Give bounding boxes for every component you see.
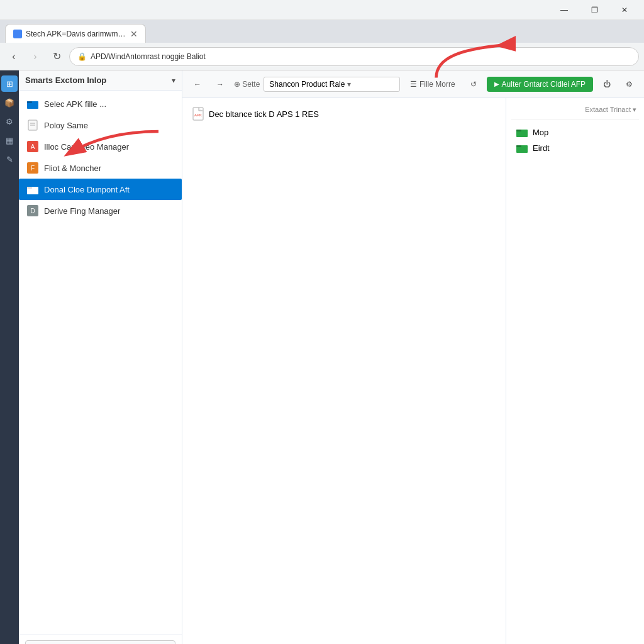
nav-item-label-donal: Donal Cloe Dunpont Aft xyxy=(44,185,130,194)
svg-text:F: F xyxy=(31,165,35,172)
sidebar-icon-settings[interactable]: ⚙ xyxy=(1,113,18,130)
bottom-input-box[interactable]: Walll its a morting tiro:... 📋 xyxy=(25,640,175,644)
green-action-button[interactable]: ▶ Aulter Gntarct Cldlei AFP xyxy=(487,77,593,92)
green-btn-icon: ▶ xyxy=(494,80,499,87)
right-panel-item-mop[interactable]: Mop xyxy=(511,125,639,140)
nav-item-icon-derive: D xyxy=(26,204,39,217)
right-panel-item-eirdt-label: Eirdt xyxy=(533,143,550,153)
nav-item-icon-illoc: A xyxy=(26,140,39,153)
file-list-area: APK Dec bltance tick D APS 1 RES xyxy=(182,98,506,644)
main-toolbar: ← → ⊕ Sette Shancon Product Rale ▾ ☰ Fil… xyxy=(182,70,644,98)
right-panel-item-eirdt[interactable]: Eirdt xyxy=(511,140,639,156)
location-bar: ⊕ Sette Shancon Product Rale ▾ xyxy=(234,77,400,92)
svg-rect-16 xyxy=(516,130,521,131)
nav-item-icon-file xyxy=(26,119,39,131)
sidebar-icon-chart[interactable]: ▦ xyxy=(1,132,18,148)
nav-item-icon-fliot: F xyxy=(26,162,39,174)
nav-item-derive[interactable]: D Derive Fing Manager xyxy=(19,200,182,221)
panel-toolbar: Smarts Exctom Inlop ▾ xyxy=(19,70,182,91)
maximize-button[interactable]: ❐ xyxy=(580,0,609,20)
browser-toolbar: ‹ › ↻ 🔒 APD/WindAntomrast noggie Baliot xyxy=(0,43,644,70)
file-more-label: Fille Morre xyxy=(419,80,455,89)
right-panel-items: Mop Eirdt xyxy=(511,125,639,156)
location-dropdown-icon: ▾ xyxy=(347,80,351,89)
svg-text:APK: APK xyxy=(194,113,202,117)
location-prefix: ⊕ Sette xyxy=(234,80,260,89)
close-button[interactable]: ✕ xyxy=(610,0,639,20)
bottom-input-area: Walll its a morting tiro:... 📋 xyxy=(19,635,182,644)
panel-title: Smarts Exctom Inlop xyxy=(25,75,168,85)
main-content: ← → ⊕ Sette Shancon Product Rale ▾ ☰ Fil… xyxy=(182,70,644,644)
file-item[interactable]: APK Dec bltance tick D APS 1 RES xyxy=(187,103,501,125)
svg-text:D: D xyxy=(30,208,35,214)
toolbar-forward-button[interactable]: → xyxy=(211,77,229,91)
hamburger-icon: ☰ xyxy=(410,80,417,89)
file-doc-icon: APK xyxy=(192,107,204,121)
browser-tab[interactable]: Stech APK=Davis darimwmali.com ✕ xyxy=(5,24,146,43)
nav-item-select-apk[interactable]: Selec APK fille ... xyxy=(19,93,182,114)
location-path-text: Shancon Product Rale xyxy=(269,80,345,89)
refresh-button[interactable]: ↺ xyxy=(465,77,482,91)
nav-item-label-fliot: Fliot & Moncher xyxy=(44,164,101,173)
green-btn-label: Aulter Gntarct Cldlei AFP xyxy=(502,80,586,89)
nav-item-label-illoc: Illoc Carnateo Manager xyxy=(44,142,129,152)
svg-rect-1 xyxy=(27,101,32,103)
nav-item-fliot[interactable]: F Fliot & Moncher xyxy=(19,157,182,179)
settings-button[interactable]: ⚙ xyxy=(621,77,638,91)
nav-item-donal[interactable]: Donal Cloe Dunpont Aft xyxy=(19,179,182,200)
right-panel: Extaact Trinact ▾ Mop xyxy=(506,98,644,644)
svg-text:A: A xyxy=(31,143,35,150)
nav-item-label-select-apk: Selec APK fille ... xyxy=(44,99,106,109)
power-button[interactable]: ⏻ xyxy=(598,77,616,91)
nav-item-icon-folder xyxy=(26,97,39,110)
file-item-name: Dec bltance tick D APS 1 RES xyxy=(209,109,319,119)
nav-item-icon-donal xyxy=(26,183,39,196)
forward-button[interactable]: › xyxy=(26,48,44,65)
app-container: ⊞ 📦 ⚙ ▦ ✎ ℹ Smarts Exctom Inlop ▾ Selec … xyxy=(0,70,644,644)
toolbar-back-button[interactable]: ← xyxy=(189,77,206,91)
folder-green-icon-mop xyxy=(516,128,528,137)
sidebar-icon-edit[interactable]: ✎ xyxy=(1,151,18,167)
nav-item-poloy-same[interactable]: Poloy Same xyxy=(19,114,182,136)
nav-item-illoc[interactable]: A Illoc Carnateo Manager xyxy=(19,136,182,157)
content-area: APK Dec bltance tick D APS 1 RES Extaact… xyxy=(182,98,644,644)
nav-items-list: Selec APK fille ... Poloy Same A Illoc C… xyxy=(19,91,182,635)
extract-label[interactable]: Extaact Trinact ▾ xyxy=(511,103,639,119)
sidebar-icon-home[interactable]: ⊞ xyxy=(1,75,18,92)
sidebar-dark: ⊞ 📦 ⚙ ▦ ✎ ℹ xyxy=(0,70,19,644)
lock-icon: 🔒 xyxy=(77,52,87,61)
left-panel: Smarts Exctom Inlop ▾ Selec APK fille ..… xyxy=(19,70,182,644)
folder-green-icon-eirdt xyxy=(516,143,528,153)
window-controls: — ❐ ✕ xyxy=(550,0,639,20)
right-panel-item-mop-label: Mop xyxy=(533,128,548,137)
address-bar[interactable]: 🔒 APD/WindAntomrast noggie Baliot xyxy=(69,47,639,66)
tab-close-button[interactable]: ✕ xyxy=(130,29,138,39)
panel-dropdown-button[interactable]: ▾ xyxy=(172,76,175,85)
nav-item-label-poloy: Poloy Same xyxy=(44,121,88,130)
tab-title: Stech APK=Davis darimwmali.com xyxy=(26,30,126,38)
location-path[interactable]: Shancon Product Rale ▾ xyxy=(264,77,400,92)
tab-favicon xyxy=(13,30,22,38)
nav-item-label-derive: Derive Fing Manager xyxy=(44,206,120,216)
back-button[interactable]: ‹ xyxy=(5,48,23,65)
svg-rect-10 xyxy=(27,187,32,189)
url-text: APD/WindAntomrast noggie Baliot xyxy=(91,52,206,61)
svg-rect-18 xyxy=(516,145,521,147)
minimize-button[interactable]: — xyxy=(550,0,579,20)
reload-button[interactable]: ↻ xyxy=(48,48,65,65)
sidebar-icon-package[interactable]: 📦 xyxy=(1,94,18,111)
file-more-button[interactable]: ☰ Fille Morre xyxy=(405,77,460,91)
browser-tab-bar: Stech APK=Davis darimwmali.com ✕ xyxy=(0,20,644,43)
window-title-bar: — ❐ ✕ xyxy=(0,0,644,20)
